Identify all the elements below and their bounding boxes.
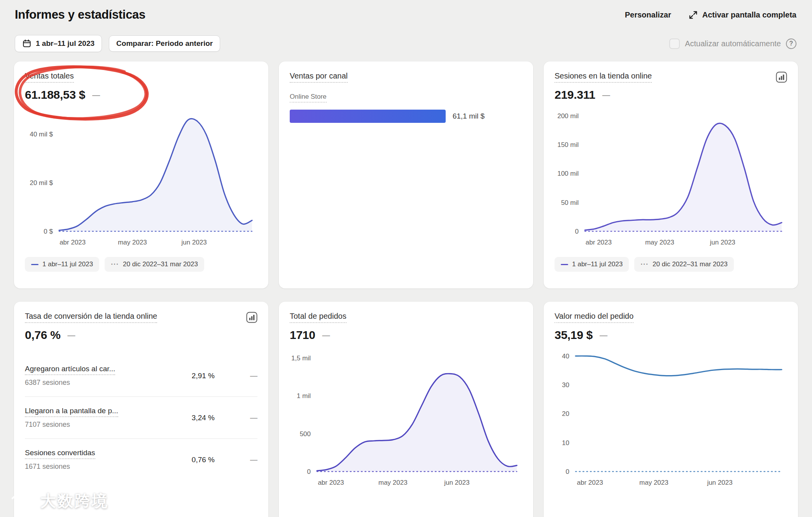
svg-text:100 mil: 100 mil <box>557 170 579 177</box>
card-total-sales: Ventas totales 61.188,53 $ — 40 mil $20 … <box>14 61 268 288</box>
metric-title-orders[interactable]: Total de pedidos <box>290 312 346 323</box>
svg-text:jun 2023: jun 2023 <box>710 239 735 246</box>
metric-value-sessions: 219.311 <box>555 88 595 101</box>
svg-text:jun 2023: jun 2023 <box>444 479 469 486</box>
svg-text:jun 2023: jun 2023 <box>181 239 207 246</box>
calendar-icon <box>22 39 32 48</box>
svg-text:1,5 mil: 1,5 mil <box>291 355 311 362</box>
toolbar: 1 abr–11 jul 2023 Comparar: Periodo ante… <box>15 35 796 52</box>
watermark-text: 大数跨境 <box>40 490 109 512</box>
header-actions: Personalizar Activar pantalla completa <box>625 10 796 20</box>
page-header: Informes y estadísticas Personalizar Act… <box>0 0 812 22</box>
page-title: Informes y estadísticas <box>15 8 145 22</box>
dashboard-grid: Ventas totales 61.188,53 $ — 40 mil $20 … <box>14 61 798 517</box>
legend-current-period[interactable]: 1 abr–11 jul 2023 <box>555 257 629 272</box>
funnel-row-title[interactable]: Agregaron artículos al car... <box>25 365 115 375</box>
legend-line-icon <box>31 264 38 265</box>
funnel-row-change: — <box>215 372 257 380</box>
svg-text:0: 0 <box>566 468 569 475</box>
metric-value-orders: 1710 <box>290 328 315 342</box>
channel-bar[interactable] <box>290 110 446 123</box>
metric-value-total-sales: 61.188,53 $ <box>25 88 85 101</box>
personalize-label: Personalizar <box>625 10 671 19</box>
funnel-row-sessions: 1671 sesiones <box>25 463 95 471</box>
help-icon[interactable]: ? <box>786 38 796 49</box>
svg-text:abr 2023: abr 2023 <box>318 479 344 486</box>
fullscreen-button[interactable]: Activar pantalla completa <box>688 10 796 20</box>
legend-dots-icon: ··· <box>111 263 119 266</box>
metric-change-aov: — <box>600 331 607 340</box>
svg-text:200 mil: 200 mil <box>557 112 579 120</box>
auto-update-label: Actualizar automáticamente <box>685 39 781 48</box>
metric-title-sales-by-channel[interactable]: Ventas por canal <box>290 72 348 83</box>
funnel-row-title[interactable]: Llegaron a la pantalla de p... <box>25 407 118 417</box>
svg-text:may 2023: may 2023 <box>639 479 668 486</box>
legend: 1 abr–11 jul 2023 ··· 20 dic 2022–31 mar… <box>25 257 257 272</box>
svg-text:abr 2023: abr 2023 <box>577 479 603 486</box>
svg-text:40 mil $: 40 mil $ <box>30 131 53 138</box>
orders-chart: 1,5 mil1 mil5000abr 2023may 2023jun 2023 <box>290 344 522 489</box>
metric-title-aov[interactable]: Valor medio del pedido <box>555 312 634 323</box>
watermark: 大数跨境 <box>10 490 109 512</box>
watermark-logo-icon <box>10 493 35 510</box>
fullscreen-icon <box>688 10 698 20</box>
card-sales-by-channel: Ventas por canal Online Store 61,1 mil $ <box>279 61 533 288</box>
channel-bar-value: 61,1 mil $ <box>453 112 485 121</box>
svg-text:0: 0 <box>307 468 311 475</box>
legend-current-label: 1 abr–11 jul 2023 <box>572 260 623 268</box>
svg-text:30: 30 <box>562 381 569 389</box>
legend-line-icon <box>561 264 568 265</box>
bar-chart-icon[interactable] <box>776 72 787 83</box>
legend-previous-period[interactable]: ··· 20 dic 2022–31 mar 2023 <box>105 257 204 272</box>
sessions-chart: 200 mil150 mil100 mil50 mil0abr 2023may … <box>555 104 787 248</box>
svg-text:40: 40 <box>562 353 569 360</box>
funnel-row-change: — <box>215 414 257 422</box>
legend-current-period[interactable]: 1 abr–11 jul 2023 <box>25 257 99 272</box>
card-total-orders: Total de pedidos 1710 — 1,5 mil1 mil5000… <box>279 302 533 517</box>
svg-text:abr 2023: abr 2023 <box>60 239 86 246</box>
svg-text:20 mil $: 20 mil $ <box>30 179 53 187</box>
metric-title-sessions[interactable]: Sesiones en la tienda online <box>555 72 652 83</box>
compare-button[interactable]: Comparar: Periodo anterior <box>109 35 220 52</box>
funnel-row-title[interactable]: Sesiones convertidas <box>25 449 95 459</box>
aov-chart: 403020100abr 2023may 2023jun 2023 <box>555 344 787 489</box>
fullscreen-label: Activar pantalla completa <box>702 10 796 19</box>
card-sessions: Sesiones en la tienda online 219.311 — 2… <box>544 61 798 288</box>
card-conversion-rate: Tasa de conversión de la tienda online 0… <box>14 302 268 517</box>
legend-previous-label: 20 dic 2022–31 mar 2023 <box>653 260 728 268</box>
svg-text:jun 2023: jun 2023 <box>707 479 732 486</box>
auto-update-checkbox[interactable] <box>669 38 680 49</box>
funnel-row-add-to-cart[interactable]: Agregaron artículos al car... 6387 sesio… <box>25 355 257 396</box>
funnel-row-rate: 0,76 % <box>192 456 215 464</box>
svg-text:150 mil: 150 mil <box>557 141 579 148</box>
personalize-button[interactable]: Personalizar <box>625 10 671 19</box>
svg-text:may 2023: may 2023 <box>645 239 674 246</box>
svg-text:may 2023: may 2023 <box>118 239 147 246</box>
funnel-row-converted[interactable]: Sesiones convertidas 1671 sesiones 0,76 … <box>25 438 257 480</box>
funnel-row-reached-checkout[interactable]: Llegaron a la pantalla de p... 7107 sesi… <box>25 396 257 438</box>
auto-update-group: Actualizar automáticamente ? <box>669 38 796 49</box>
svg-text:0: 0 <box>575 228 579 235</box>
svg-text:10: 10 <box>562 439 569 447</box>
metric-title-total-sales[interactable]: Ventas totales <box>25 72 74 83</box>
date-range-label: 1 abr–11 jul 2023 <box>36 39 94 48</box>
bar-chart-icon[interactable] <box>246 312 257 323</box>
card-average-order-value: Valor medio del pedido 35,19 $ — 4030201… <box>544 302 798 517</box>
svg-text:1 mil: 1 mil <box>297 392 311 400</box>
legend-previous-period[interactable]: ··· 20 dic 2022–31 mar 2023 <box>634 257 734 272</box>
metric-change-conversion: — <box>68 331 75 340</box>
channel-label[interactable]: Online Store <box>290 93 327 103</box>
metric-change-orders: — <box>322 331 330 340</box>
date-range-button[interactable]: 1 abr–11 jul 2023 <box>15 35 102 52</box>
svg-text:500: 500 <box>300 430 311 438</box>
legend-current-label: 1 abr–11 jul 2023 <box>42 260 93 268</box>
funnel-row-sessions: 7107 sesiones <box>25 421 118 429</box>
svg-text:abr 2023: abr 2023 <box>586 239 612 246</box>
svg-text:20: 20 <box>562 410 569 417</box>
legend-dots-icon: ··· <box>640 263 649 266</box>
funnel-row-change: — <box>215 456 257 464</box>
legend-previous-label: 20 dic 2022–31 mar 2023 <box>123 260 198 268</box>
metric-title-conversion[interactable]: Tasa de conversión de la tienda online <box>25 312 157 323</box>
total-sales-chart: 40 mil $20 mil $0 $abr 2023may 2023jun 2… <box>25 104 257 248</box>
metric-value-conversion: 0,76 % <box>25 328 61 342</box>
